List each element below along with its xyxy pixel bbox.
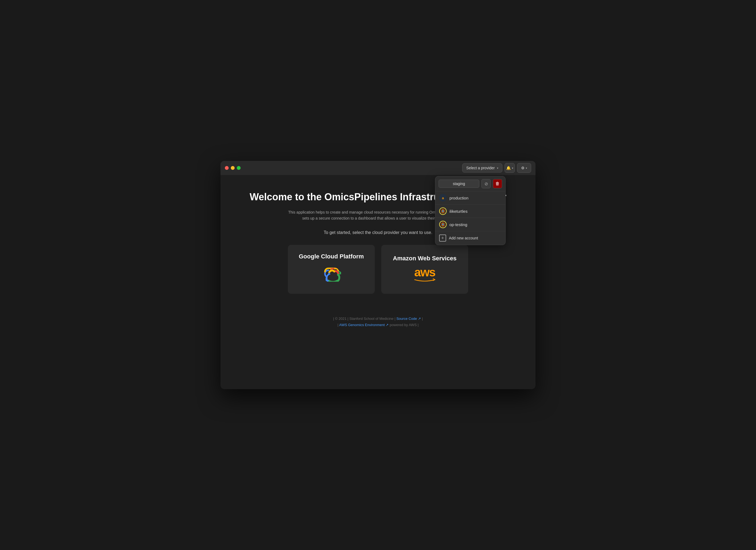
app-window: Select a provider ▾ 🔔 ▾ ⚙ ▾ staging ⊘ 🗑 — [221, 161, 535, 389]
aws-arrow-icon — [414, 277, 436, 284]
select-provider-button[interactable]: Select a provider ▾ — [462, 163, 502, 172]
close-button[interactable] — [225, 166, 229, 170]
chevron-down-icon: ▾ — [512, 166, 513, 169]
source-code-link[interactable]: Source Code ↗ — [396, 317, 421, 321]
amazon-avatar: a — [439, 194, 447, 202]
add-account-button[interactable]: + Add new account — [435, 231, 505, 245]
minimize-button[interactable] — [231, 166, 235, 170]
notifications-button[interactable]: 🔔 ▾ — [505, 163, 515, 173]
aws-logo: aws — [414, 266, 436, 284]
account-item-production[interactable]: a production — [435, 191, 505, 204]
pipe3: | — [338, 323, 338, 327]
footer-line2: | AWS Genomics Environment ↗ powered by … — [237, 322, 519, 328]
powered-text: powered by AWS | — [390, 323, 418, 327]
svg-point-5 — [327, 274, 338, 281]
omics-avatar-op-testing — [439, 221, 447, 228]
gcp-logo-svg — [320, 269, 342, 286]
svg-point-3 — [442, 224, 444, 225]
account-label-op-testing: op-testing — [449, 222, 467, 227]
footer-line1: | © 2021 | Stanford School of Medicine |… — [237, 316, 519, 322]
aws-env-link[interactable]: AWS Genomics Environment ↗ — [339, 323, 389, 327]
dropdown-header: staging ⊘ 🗑 — [435, 176, 505, 191]
chevron-down-icon: ▾ — [526, 166, 527, 169]
bell-icon: 🔔 — [506, 166, 511, 170]
gcp-card[interactable]: Google Cloud Platform — [288, 245, 375, 294]
account-item-op-testing[interactable]: op-testing — [435, 218, 505, 231]
provider-cards: Google Cloud Platform — [231, 245, 525, 294]
svg-point-1 — [442, 210, 444, 212]
account-label-production: production — [449, 196, 468, 200]
pipe2: | — [422, 317, 423, 321]
settings-button[interactable]: ⚙ ▾ — [517, 163, 531, 173]
account-label-iliketurtles: iliketurtles — [449, 209, 468, 213]
block-button[interactable]: ⊘ — [481, 179, 491, 188]
block-icon: ⊘ — [484, 181, 488, 186]
account-item-iliketurtles[interactable]: iliketurtles — [435, 204, 505, 218]
copyright-text: | © 2021 | Stanford School of Medicine | — [333, 317, 395, 321]
titlebar-controls: Select a provider ▾ 🔔 ▾ ⚙ ▾ — [462, 163, 531, 173]
footer: | © 2021 | Stanford School of Medicine |… — [231, 310, 525, 334]
delete-button[interactable]: 🗑 — [493, 179, 502, 188]
trash-icon: 🗑 — [495, 181, 500, 186]
provider-dropdown: staging ⊘ 🗑 a production iliketurtles — [435, 176, 506, 245]
plus-icon: + — [439, 234, 446, 241]
chevron-down-icon: ▾ — [497, 166, 498, 169]
omics-avatar-iliketurtles — [439, 207, 447, 215]
traffic-lights — [225, 166, 241, 170]
filter-icon: ⚙ — [521, 166, 525, 170]
titlebar: Select a provider ▾ 🔔 ▾ ⚙ ▾ — [221, 161, 535, 175]
aws-label: Amazon Web Services — [393, 255, 456, 262]
select-provider-label: Select a provider — [466, 166, 495, 170]
aws-card[interactable]: Amazon Web Services aws — [381, 245, 468, 294]
gcp-label: Google Cloud Platform — [299, 253, 364, 260]
staging-badge: staging — [439, 180, 479, 188]
maximize-button[interactable] — [237, 166, 241, 170]
add-account-label: Add new account — [449, 236, 478, 240]
